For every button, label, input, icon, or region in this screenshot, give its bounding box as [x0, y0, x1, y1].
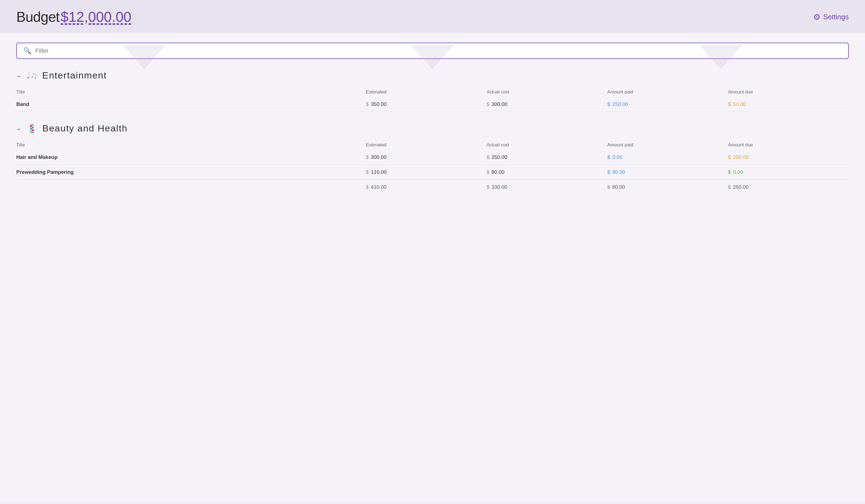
row-amount-due: $ 50.00: [728, 97, 849, 112]
row-title: Band: [16, 97, 366, 112]
section-beauty-health-title: Beauty and Health: [42, 123, 128, 133]
budget-amount[interactable]: $12,000.00: [60, 9, 131, 25]
beauty-icon: 💈: [26, 123, 37, 133]
dollar-icon: $: [728, 101, 731, 107]
chevron-down-icon[interactable]: ⌄: [16, 72, 21, 79]
col-actual-cost: Actual cost: [487, 140, 607, 150]
gear-icon: ⚙: [813, 12, 820, 22]
row-estimated: $ 300.00: [366, 150, 487, 165]
page-header: Budget $12,000.00 ⚙ Settings: [0, 0, 865, 33]
row-actual-cost: $ 300.00: [487, 97, 607, 112]
settings-label: Settings: [823, 13, 849, 21]
col-amount-due: Amount due: [728, 87, 849, 97]
row-amount-due: $ 250.00: [728, 150, 849, 165]
col-amount-paid: Amount paid: [607, 140, 728, 150]
settings-button[interactable]: ⚙ Settings: [813, 12, 849, 22]
entertainment-table-header-row: Title Estimated Actual cost Amount paid …: [16, 87, 849, 97]
row-actual-cost: $ 80.00: [487, 165, 607, 180]
row-amount-due: $ 0.00: [728, 165, 849, 180]
col-actual-cost: Actual cost: [487, 87, 607, 97]
footer-label: [16, 180, 366, 195]
budget-label: Budget: [16, 9, 59, 25]
footer-actual-cost: $ 330.00: [487, 180, 607, 195]
row-estimated: $ 110.00: [366, 165, 487, 180]
main-content: 🔍 ⌄ ♩♫ Entertainment Title Estimated Act…: [0, 33, 865, 502]
entertainment-icon: ♩♫: [26, 70, 37, 81]
dollar-icon: $: [366, 169, 369, 175]
dollar-icon: $: [728, 154, 731, 160]
row-estimated: $ 350.00: [366, 97, 487, 112]
footer-estimated: $ 410.00: [366, 180, 487, 195]
table-row: Prewedding Pampering $ 110.00 $ 80.00: [16, 165, 849, 180]
col-estimated: Estimated: [366, 87, 487, 97]
footer-amount-paid: $ 80.00: [607, 180, 728, 195]
budget-display: Budget $12,000.00: [16, 9, 131, 25]
table-row: Band $ 350.00 $ 300.00: [16, 97, 849, 112]
row-amount-paid: $ 250.00: [607, 97, 728, 112]
section-beauty-health: ⌄ 💈 Beauty and Health Title Estimated Ac…: [16, 123, 849, 195]
row-title: Prewedding Pampering: [16, 165, 366, 180]
section-entertainment: ⌄ ♩♫ Entertainment Title Estimated Actua…: [16, 70, 849, 112]
dollar-icon: $: [487, 184, 489, 190]
col-amount-paid: Amount paid: [607, 87, 728, 97]
table-row: Hair and Makeup $ 300.00 $ 250.00: [16, 150, 849, 165]
row-actual-cost: $ 250.00: [487, 150, 607, 165]
dollar-icon: $: [487, 169, 489, 175]
footer-amount-due: $ 250.00: [728, 180, 849, 195]
section-beauty-health-header: ⌄ 💈 Beauty and Health: [16, 123, 849, 133]
col-title: Title: [16, 140, 366, 150]
filter-bar[interactable]: 🔍: [16, 43, 849, 59]
beauty-health-table: Title Estimated Actual cost Amount paid …: [16, 140, 849, 195]
dollar-icon: $: [607, 101, 610, 107]
dollar-icon: $: [607, 184, 610, 190]
dollar-icon: $: [487, 154, 489, 160]
dollar-icon: $: [366, 184, 369, 190]
dollar-icon: $: [607, 169, 610, 175]
search-icon: 🔍: [23, 47, 32, 55]
chevron-down-icon[interactable]: ⌄: [16, 125, 21, 132]
col-title: Title: [16, 87, 366, 97]
col-amount-due: Amount due: [728, 140, 849, 150]
dollar-icon: $: [728, 184, 731, 190]
dollar-icon: $: [728, 169, 731, 175]
beauty-health-table-header-row: Title Estimated Actual cost Amount paid …: [16, 140, 849, 150]
dollar-icon: $: [366, 102, 369, 107]
row-title: Hair and Makeup: [16, 150, 366, 165]
row-amount-paid: $ 80.00: [607, 165, 728, 180]
filter-input[interactable]: [35, 47, 842, 54]
dollar-icon: $: [366, 154, 369, 160]
dollar-icon: $: [607, 154, 610, 160]
entertainment-table: Title Estimated Actual cost Amount paid …: [16, 87, 849, 112]
col-estimated: Estimated: [366, 140, 487, 150]
dollar-icon: $: [487, 102, 489, 107]
section-entertainment-title: Entertainment: [42, 70, 107, 81]
beauty-health-totals-row: $ 410.00 $ 330.00 $ 80.00: [16, 180, 849, 195]
row-amount-paid: $ 0.00: [607, 150, 728, 165]
section-entertainment-header: ⌄ ♩♫ Entertainment: [16, 70, 849, 81]
